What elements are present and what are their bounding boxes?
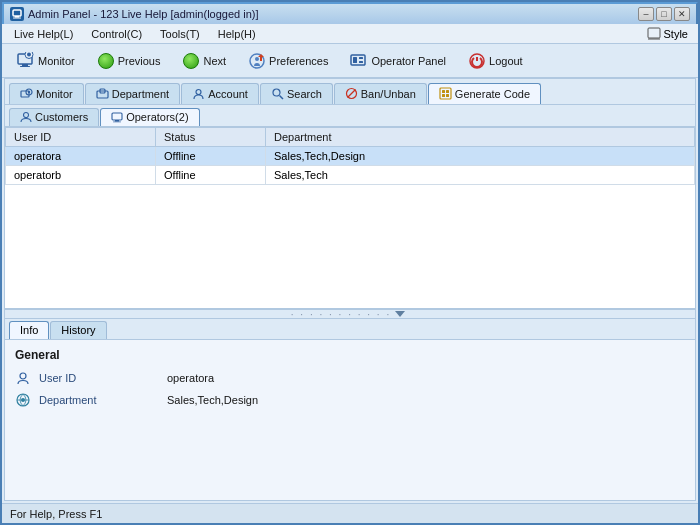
tab-monitor-label: Monitor (36, 88, 73, 100)
preferences-button[interactable]: Preferences (239, 48, 337, 74)
svg-point-11 (255, 57, 259, 61)
subtab-operators[interactable]: Operators(2) (100, 108, 199, 126)
table-row[interactable]: operatorb Offline Sales,Tech (6, 166, 695, 185)
splitter[interactable]: · · · · · · · · · · · (5, 309, 695, 319)
status-bar: For Help, Press F1 (2, 503, 698, 523)
svg-rect-36 (113, 122, 121, 123)
svg-rect-6 (22, 64, 28, 66)
status-text: For Help, Press F1 (10, 508, 102, 520)
tab-ban-icon (345, 87, 358, 100)
monitor-button[interactable]: Monitor (8, 48, 84, 74)
operators-table: User ID Status Department operatora Offl… (5, 127, 695, 185)
info-tab-history-label: History (61, 324, 95, 336)
menu-help[interactable]: Help(H) (210, 26, 264, 42)
info-row-userid: User ID operatora (15, 370, 685, 386)
style-label: Style (664, 28, 688, 40)
tab-department-icon (96, 87, 109, 100)
svg-rect-14 (359, 57, 363, 59)
userid-label: User ID (39, 372, 159, 384)
previous-button[interactable]: Previous (88, 48, 170, 74)
previous-label: Previous (118, 55, 161, 67)
monitor-icon (17, 52, 35, 70)
tab-ban-unban[interactable]: Ban/Unban (334, 83, 427, 104)
logout-button[interactable]: Logout (459, 48, 532, 74)
tab-monitor[interactable]: Monitor (9, 83, 84, 104)
tab-generate-code[interactable]: Generate Code (428, 83, 541, 104)
minimize-button[interactable]: – (638, 7, 654, 21)
previous-icon (97, 52, 115, 70)
userid-icon (15, 370, 31, 386)
table-row[interactable]: operatora Offline Sales,Tech,Design (6, 147, 695, 166)
svg-point-33 (24, 113, 29, 118)
department-value: Sales,Tech,Design (167, 394, 258, 406)
subtab-operators-label: Operators(2) (126, 111, 188, 123)
svg-rect-20 (21, 91, 29, 97)
info-content: General User ID operatora (5, 340, 695, 422)
monitor-label: Monitor (38, 55, 75, 67)
window-controls: – □ ✕ (638, 7, 690, 21)
cell-status: Offline (156, 147, 266, 166)
svg-rect-2 (13, 18, 21, 19)
operator-panel-icon (350, 52, 368, 70)
info-tab-info-label: Info (20, 324, 38, 336)
tab-account-icon (192, 87, 205, 100)
next-button[interactable]: Next (173, 48, 235, 74)
close-button[interactable]: ✕ (674, 7, 690, 21)
subtab-customers[interactable]: Customers (9, 108, 99, 126)
operator-panel-label: Operator Panel (371, 55, 446, 67)
tab-account[interactable]: Account (181, 83, 259, 104)
info-tab-history[interactable]: History (50, 321, 106, 339)
svg-rect-34 (112, 113, 122, 120)
style-button[interactable]: Style (641, 25, 694, 43)
menu-control[interactable]: Control(C) (83, 26, 150, 42)
menu-tools[interactable]: Tools(T) (152, 26, 208, 42)
operator-panel-button[interactable]: Operator Panel (341, 48, 455, 74)
svg-rect-1 (15, 16, 19, 18)
userid-value: operatora (167, 372, 214, 384)
svg-rect-15 (359, 61, 363, 63)
tab-account-label: Account (208, 88, 248, 100)
sub-tabs: Customers Operators(2) (5, 105, 695, 127)
tab-monitor-icon (20, 87, 33, 100)
top-tabs: Monitor Department Account (5, 79, 695, 105)
tab-search[interactable]: Search (260, 83, 333, 104)
department-icon (15, 392, 31, 408)
splitter-arrow-down (393, 309, 407, 319)
subtab-customers-label: Customers (35, 111, 88, 123)
operators-table-area: User ID Status Department operatora Offl… (5, 127, 695, 309)
logout-label: Logout (489, 55, 523, 67)
window-title: Admin Panel - 123 Live Help [admin(logge… (28, 8, 259, 20)
info-tab-info[interactable]: Info (9, 321, 49, 339)
svg-rect-7 (20, 66, 30, 67)
svg-point-38 (20, 373, 26, 379)
svg-line-25 (279, 96, 283, 100)
svg-point-23 (196, 90, 201, 95)
menu-bar: Live Help(L) Control(C) Tools(T) Help(H)… (2, 24, 698, 44)
menu-livehelp[interactable]: Live Help(L) (6, 26, 81, 42)
tab-department[interactable]: Department (85, 83, 180, 104)
info-row-department: Department Sales,Tech,Design (15, 392, 685, 408)
svg-marker-37 (395, 311, 405, 317)
next-label: Next (203, 55, 226, 67)
svg-rect-35 (115, 120, 119, 122)
svg-rect-30 (446, 90, 449, 93)
maximize-button[interactable]: □ (656, 7, 672, 21)
cell-userid: operatora (6, 147, 156, 166)
app-icon (10, 7, 24, 21)
style-icon (647, 27, 661, 41)
department-label: Department (39, 394, 159, 406)
toolbar: Monitor Previous Next (2, 44, 698, 78)
svg-rect-32 (446, 94, 449, 97)
svg-rect-13 (353, 57, 357, 63)
cell-department: Sales,Tech,Design (266, 147, 695, 166)
splitter-handle: · · · · · · · · · · · (291, 309, 391, 320)
preferences-label: Preferences (269, 55, 328, 67)
cell-department: Sales,Tech (266, 166, 695, 185)
tab-search-icon (271, 87, 284, 100)
svg-rect-28 (440, 88, 451, 99)
svg-rect-21 (97, 91, 108, 98)
logout-icon (468, 52, 486, 70)
main-area: Monitor Department Account (4, 78, 696, 501)
svg-rect-3 (648, 28, 660, 38)
tab-search-label: Search (287, 88, 322, 100)
